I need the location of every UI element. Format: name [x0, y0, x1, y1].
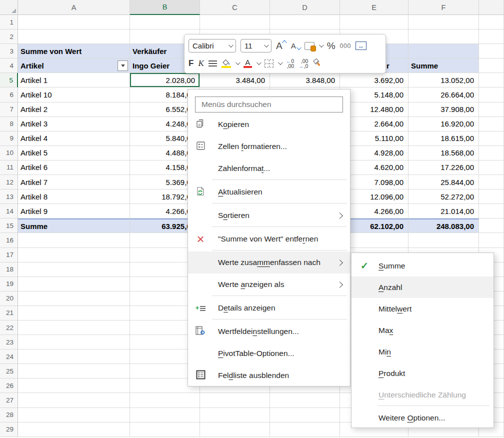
submenu-item-unterschiedliche-zaehlung[interactable]: Unterschiedliche Zählung [352, 384, 494, 406]
decrease-font-size-button[interactable]: A [291, 42, 300, 50]
percent-style-button[interactable]: % [327, 40, 336, 52]
row-header-10[interactable]: 10 [0, 146, 18, 160]
bold-button[interactable]: F [188, 58, 194, 68]
row-header-22[interactable]: 22 [0, 320, 18, 335]
row-header-15[interactable]: 15 [0, 218, 18, 233]
cell-G11[interactable] [479, 160, 504, 175]
row-header-9[interactable]: 9 [0, 132, 18, 146]
column-header-D[interactable]: D [270, 0, 340, 15]
cell-G2[interactable] [479, 30, 504, 44]
cell-C29[interactable] [200, 422, 270, 437]
cell-D27[interactable] [270, 393, 340, 408]
cell-A22[interactable] [18, 320, 130, 335]
cell-G7[interactable] [479, 102, 504, 117]
cell-G15[interactable] [479, 218, 504, 233]
cell-E1[interactable] [340, 15, 408, 30]
row-header-23[interactable]: 23 [0, 335, 18, 350]
cell-A26[interactable] [18, 378, 130, 393]
row-header-4[interactable]: 4 [0, 58, 18, 73]
submenu-item-produkt[interactable]: Produkt [352, 362, 494, 384]
row-header-18[interactable]: 18 [0, 262, 18, 277]
autofit-column-button[interactable]: ↔ [356, 42, 366, 50]
column-header-C[interactable]: C [200, 0, 270, 15]
menu-item-wertfeldeinstellungen[interactable]: Wertfeldeinstellungen... [188, 320, 350, 342]
column-header-F[interactable]: F [408, 0, 479, 15]
cell-G3[interactable] [479, 44, 504, 58]
column-header-E[interactable]: E [340, 0, 408, 15]
cell-B5[interactable]: 2.028,00 [130, 73, 200, 88]
fill-color-button[interactable] [222, 59, 231, 68]
cell-A5[interactable]: Artikel 1 [18, 73, 130, 88]
cell-A19[interactable] [18, 277, 130, 292]
row-header-11[interactable]: 11 [0, 160, 18, 175]
cell-C1[interactable] [200, 15, 270, 30]
cell-A24[interactable] [18, 350, 130, 364]
cell-F12[interactable]: 25.844,00 [408, 175, 479, 190]
column-header-partial[interactable] [479, 0, 504, 15]
row-header-2[interactable]: 2 [0, 30, 18, 44]
cell-F2[interactable] [408, 30, 479, 44]
cell-G4[interactable] [479, 58, 504, 73]
column-header-B[interactable]: B [130, 0, 200, 15]
cell-B1[interactable] [130, 15, 200, 30]
cell-A4[interactable]: Artikel [18, 58, 130, 73]
cell-C28[interactable] [200, 408, 270, 422]
menu-item-zellen-formatieren[interactable]: Zellen formatieren... [188, 136, 350, 158]
menu-item-details-anzeigen[interactable]: +Details anzeigen [188, 297, 350, 319]
cell-F13[interactable]: 52.272,00 [408, 190, 479, 204]
format-painter-button[interactable] [312, 58, 323, 68]
cell-F11[interactable]: 17.226,00 [408, 160, 479, 175]
menu-item-aktualisieren[interactable]: Aktualisieren [188, 181, 350, 203]
cell-A13[interactable]: Artikel 8 [18, 190, 130, 204]
row-header-21[interactable]: 21 [0, 306, 18, 320]
row-header-7[interactable]: 7 [0, 102, 18, 117]
cell-A7[interactable]: Artikel 2 [18, 102, 130, 117]
cell-G1[interactable] [479, 15, 504, 30]
submenu-item-summe[interactable]: ✓Summe [352, 255, 494, 276]
cell-F4[interactable]: Summe [408, 58, 479, 73]
menu-item-kopieren[interactable]: Kopieren [188, 114, 350, 136]
cell-A15[interactable]: Summe [18, 218, 130, 233]
font-color-button[interactable]: A [244, 59, 252, 68]
cell-F6[interactable]: 26.664,00 [408, 88, 479, 102]
cell-G14[interactable] [479, 204, 504, 218]
cell-G6[interactable] [479, 88, 504, 102]
row-header-27[interactable]: 27 [0, 393, 18, 408]
center-align-button[interactable] [208, 60, 217, 66]
cell-C27[interactable] [200, 393, 270, 408]
submenu-item-mittelwert[interactable]: Mittelwert [352, 298, 494, 320]
comma-style-button[interactable]: 000 [340, 42, 351, 50]
borders-dropdown[interactable] [278, 60, 283, 65]
font-size-combo[interactable]: 11 [240, 39, 272, 52]
remove-decimal-button[interactable]: ,00 →,0 [298, 58, 308, 68]
cell-F1[interactable] [408, 15, 479, 30]
cell-G9[interactable] [479, 132, 504, 146]
cell-A21[interactable] [18, 306, 130, 320]
cell-A12[interactable]: Artikel 7 [18, 175, 130, 190]
cell-E5[interactable]: 3.692,00 [340, 73, 408, 88]
row-header-12[interactable]: 12 [0, 175, 18, 190]
submenu-item-max[interactable]: Max [352, 320, 494, 341]
cell-A23[interactable] [18, 335, 130, 350]
menu-item-sortieren[interactable]: Sortieren [188, 204, 350, 226]
cell-G12[interactable] [479, 175, 504, 190]
cell-F9[interactable]: 18.615,00 [408, 132, 479, 146]
cell-A20[interactable] [18, 292, 130, 306]
menu-search-input[interactable] [195, 96, 343, 112]
row-header-8[interactable]: 8 [0, 117, 18, 132]
cell-D1[interactable] [270, 15, 340, 30]
cell-F15[interactable]: 248.083,00 [408, 218, 479, 233]
cell-A17[interactable] [18, 248, 130, 262]
row-header-16[interactable]: 16 [0, 233, 18, 248]
cell-G5[interactable] [479, 73, 504, 88]
column-header-A[interactable]: A [18, 0, 130, 15]
menu-item-feldliste-ausblenden[interactable]: Feldliste ausblenden [188, 364, 350, 386]
row-header-26[interactable]: 26 [0, 378, 18, 393]
row-header-3[interactable]: 3 [0, 44, 18, 58]
fill-color-dropdown[interactable] [236, 60, 240, 65]
cell-A3[interactable]: Summe von Wert [18, 44, 130, 58]
cell-A18[interactable] [18, 262, 130, 277]
cell-D28[interactable] [270, 408, 340, 422]
cell-B29[interactable] [130, 422, 200, 437]
cell-A25[interactable] [18, 364, 130, 378]
